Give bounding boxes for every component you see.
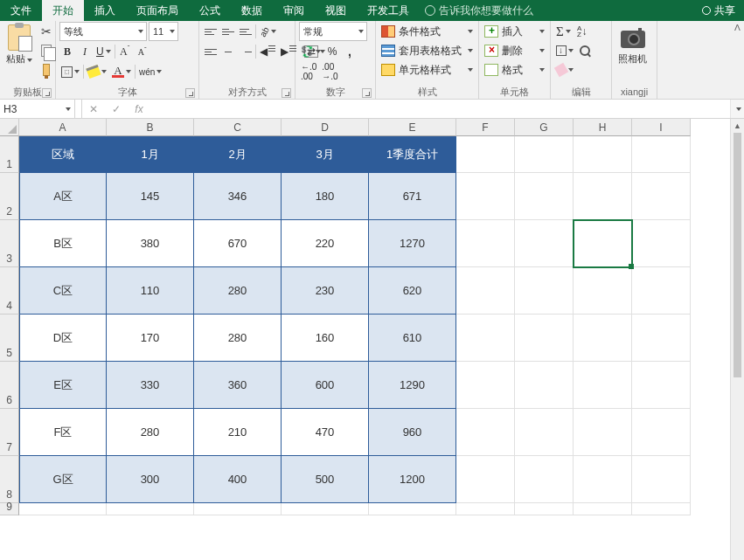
cell[interactable]: 1200 [369,456,456,503]
increase-decimal-button[interactable]: ←.0.00 [299,63,318,80]
cell[interactable]: 346 [194,173,282,220]
cell[interactable]: 670 [194,220,282,267]
cell[interactable] [574,173,632,220]
align-center-button[interactable] [220,43,236,60]
cell[interactable] [574,220,632,267]
cell[interactable]: 470 [282,409,369,456]
column-header-E[interactable]: E [369,119,456,136]
column-header-H[interactable]: H [574,119,632,136]
cell[interactable] [515,503,574,515]
fill-color-button[interactable] [86,63,108,80]
alignment-dialog-launcher[interactable] [282,88,291,98]
collapse-ribbon-button[interactable]: ᐱ [734,23,741,32]
column-header-C[interactable]: C [194,119,282,136]
cell[interactable]: 1270 [369,220,456,267]
insert-function-button[interactable]: fx [128,100,150,118]
column-header-A[interactable]: A [19,119,107,136]
cell[interactable] [632,220,691,267]
cell[interactable] [369,503,456,515]
cell[interactable] [107,503,194,515]
cell[interactable] [456,503,515,515]
phonetic-button[interactable]: wén [137,63,163,80]
cell-styles-button[interactable]: 单元格样式 [379,61,475,79]
cell[interactable]: 230 [282,267,369,315]
align-middle-button[interactable] [220,23,236,40]
cell[interactable]: F区 [19,409,107,456]
conditional-format-button[interactable]: 条件格式 [379,23,475,40]
cell[interactable]: 330 [107,362,194,409]
cell[interactable] [632,267,691,315]
row-header-6[interactable]: 6 [0,362,19,409]
clear-button[interactable] [554,61,575,79]
cell[interactable]: 2月 [194,136,282,173]
cell[interactable]: 3月 [282,136,369,173]
fill-button[interactable] [554,42,575,59]
formula-bar-expand[interactable] [730,100,744,118]
cell[interactable] [456,136,515,173]
tab-insert[interactable]: 插入 [84,0,126,21]
cell[interactable]: 220 [282,220,369,267]
camera-button[interactable]: 照相机 [615,23,650,67]
cell[interactable] [515,456,574,503]
row-header-3[interactable]: 3 [0,220,19,267]
cell[interactable]: 110 [107,267,194,315]
tab-view[interactable]: 视图 [315,0,357,21]
cell[interactable] [456,409,515,456]
row-header-2[interactable]: 2 [0,173,19,220]
cell[interactable] [456,362,515,409]
cell[interactable]: C区 [19,267,107,315]
cell[interactable] [632,409,691,456]
cell[interactable] [632,503,691,515]
format-table-button[interactable]: 套用表格格式 [379,42,475,59]
row-header-1[interactable]: 1 [0,136,19,173]
bold-button[interactable]: B [59,43,75,60]
cell[interactable] [515,267,574,315]
tab-formulas[interactable]: 公式 [189,0,231,21]
cell[interactable]: 960 [369,409,456,456]
column-header-F[interactable]: F [456,119,515,136]
cell[interactable]: G区 [19,456,107,503]
paste-button[interactable]: 粘贴 [3,23,35,67]
font-size-select[interactable]: 11 [149,22,178,41]
cell[interactable] [194,503,282,515]
scroll-up-button[interactable]: ▲ [731,119,744,133]
tab-home[interactable]: 开始 [42,0,84,21]
align-bottom-button[interactable] [238,23,254,40]
align-right-button[interactable] [238,43,254,60]
grow-font-button[interactable]: Aˆ [117,43,133,60]
font-family-select[interactable]: 等线 [59,22,147,41]
column-header-G[interactable]: G [515,119,574,136]
autosum-button[interactable]: Σ [554,23,573,40]
cell[interactable]: 180 [282,173,369,220]
row-header-4[interactable]: 4 [0,267,19,315]
cell[interactable] [456,267,515,315]
cell[interactable] [456,456,515,503]
cell[interactable] [632,456,691,503]
column-header-B[interactable]: B [107,119,194,136]
format-cells-button[interactable]: 格式 [483,61,546,79]
cell[interactable] [632,136,691,173]
delete-cells-button[interactable]: 删除 [483,42,546,59]
cell[interactable] [456,315,515,362]
cell[interactable] [632,173,691,220]
cell[interactable]: 170 [107,315,194,362]
cell[interactable] [574,136,632,173]
cell[interactable] [515,409,574,456]
copy-button[interactable] [38,42,54,59]
decrease-indent-button[interactable]: ◀ [258,43,277,60]
cell[interactable] [515,173,574,220]
tab-data[interactable]: 数据 [231,0,273,21]
underline-button[interactable]: U [94,43,113,60]
font-dialog-launcher[interactable] [185,88,195,98]
cell[interactable]: 671 [369,173,456,220]
cell[interactable]: 280 [194,315,282,362]
cell[interactable]: 620 [369,267,456,315]
percent-button[interactable]: % [324,43,340,60]
number-format-select[interactable]: 常规 [299,22,367,41]
format-painter-button[interactable] [38,61,54,79]
sort-filter-button[interactable]: AZ↓ [574,23,590,40]
cell[interactable] [574,267,632,315]
cell[interactable]: 610 [369,315,456,362]
cell[interactable]: 区域 [19,136,107,173]
cell[interactable]: B区 [19,220,107,267]
